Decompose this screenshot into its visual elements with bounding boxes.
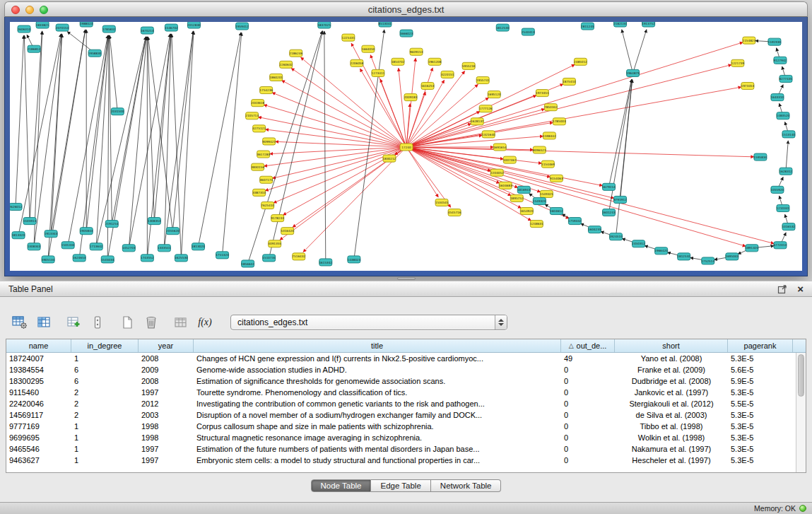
table-row[interactable]: 946554611997Estimation of the future num… bbox=[6, 443, 796, 455]
graph-node[interactable]: 1601243 bbox=[602, 209, 616, 216]
graph-node[interactable]: 1007467 bbox=[503, 156, 517, 163]
graph-node[interactable]: 1754236 bbox=[259, 87, 273, 94]
table-row[interactable]: 1456911722003Disruption of a novel membe… bbox=[6, 409, 796, 421]
graph-node[interactable]: 4091355 bbox=[268, 240, 281, 247]
graph-node[interactable]: 1654920 bbox=[520, 207, 534, 214]
network-canvas[interactable]: 1724021862462260632186020117542362043618… bbox=[10, 22, 802, 271]
graph-node[interactable]: 9178243 bbox=[271, 215, 284, 222]
graph-node[interactable]: 1830212 bbox=[383, 155, 396, 162]
graph-node[interactable]: 1743552 bbox=[141, 255, 154, 262]
graph-node[interactable]: 1616253 bbox=[421, 82, 435, 89]
graph-node[interactable]: 5316420 bbox=[281, 228, 294, 235]
graph-node[interactable]: 1777126 bbox=[479, 105, 493, 112]
table-row[interactable]: 2242004622012Investigating the contribut… bbox=[6, 398, 796, 409]
graph-node[interactable]: 2191254 bbox=[105, 221, 119, 228]
graph-node[interactable]: 1812532 bbox=[677, 253, 690, 260]
column-header-year[interactable]: year bbox=[139, 339, 194, 352]
graph-node[interactable]: 1016532 bbox=[782, 223, 796, 230]
graph-node[interactable]: 1438023 bbox=[348, 256, 361, 263]
graph-node[interactable]: 6772013 bbox=[774, 242, 787, 249]
graph-node[interactable]: 1513140 bbox=[782, 131, 796, 138]
graph-node[interactable]: 8513041 bbox=[379, 22, 392, 27]
graph-node[interactable]: 2485012 bbox=[574, 58, 587, 65]
graph-node[interactable]: 1666023 bbox=[400, 30, 413, 37]
graph-node[interactable]: 1501334 bbox=[61, 242, 75, 249]
graph-node[interactable]: 1664050 bbox=[362, 45, 375, 52]
graph-node[interactable]: 1643310 bbox=[771, 94, 784, 101]
graph-node[interactable]: 9154063 bbox=[550, 175, 563, 182]
graph-node[interactable]: 1966420 bbox=[654, 247, 668, 255]
graph-node[interactable]: 2043618 bbox=[251, 100, 264, 107]
graph-node[interactable]: 2204052 bbox=[490, 169, 504, 176]
graph-node[interactable]: 3830156 bbox=[251, 163, 264, 170]
graph-node[interactable]: 7516432 bbox=[292, 253, 305, 260]
graph-node[interactable]: 1856642 bbox=[241, 260, 254, 267]
graph-node[interactable]: 5955234 bbox=[462, 62, 476, 69]
graph-node[interactable]: 1546702 bbox=[165, 24, 178, 31]
graph-node[interactable]: 1679154 bbox=[602, 183, 616, 190]
graph-node[interactable]: 1333541 bbox=[158, 245, 171, 252]
graph-node[interactable]: 1751320 bbox=[216, 252, 229, 259]
tab-network-table[interactable]: Network Table bbox=[431, 479, 502, 492]
graph-node[interactable]: 2055620 bbox=[166, 228, 180, 235]
graph-node[interactable]: 1595834 bbox=[754, 153, 767, 160]
graph-node[interactable]: 17240 bbox=[400, 144, 413, 151]
graph-node[interactable]: 1785832 bbox=[102, 25, 116, 33]
graph-node[interactable]: 1483520 bbox=[777, 112, 790, 119]
graph-node[interactable]: 1964879 bbox=[626, 69, 640, 76]
delete-table-button[interactable] bbox=[141, 313, 161, 332]
graph-node[interactable]: 2540413 bbox=[522, 28, 535, 35]
float-panel-button[interactable] bbox=[777, 284, 787, 294]
graph-node[interactable]: 2626012 bbox=[10, 203, 23, 210]
graph-node[interactable]: 9099421 bbox=[262, 138, 276, 145]
graph-node[interactable]: 1615342 bbox=[319, 259, 332, 266]
graph-node[interactable]: 1833821 bbox=[36, 22, 49, 28]
graph-node[interactable]: 1625530 bbox=[175, 255, 188, 262]
table-settings-button[interactable] bbox=[10, 313, 30, 332]
splitter-grip-icon[interactable] bbox=[397, 277, 416, 280]
graph-node[interactable]: 1273411 bbox=[372, 69, 385, 76]
graph-node[interactable]: 1308353 bbox=[148, 218, 161, 225]
tab-node-table[interactable]: Node Table bbox=[311, 479, 372, 492]
graph-node[interactable]: 1854702 bbox=[392, 58, 405, 65]
graph-node[interactable]: 1860201 bbox=[269, 74, 283, 81]
graph-node[interactable]: 4275122 bbox=[252, 125, 266, 132]
row-tools-button[interactable] bbox=[88, 313, 107, 332]
column-header-title[interactable]: title bbox=[194, 339, 561, 352]
graph-node[interactable]: 1248631 bbox=[530, 221, 543, 228]
table-selector[interactable]: citations_edges.txt bbox=[230, 315, 507, 330]
function-builder-button[interactable]: f(x) bbox=[195, 313, 215, 332]
graph-node[interactable]: 2450312 bbox=[632, 240, 645, 247]
graph-node[interactable]: 1713642 bbox=[90, 243, 103, 250]
graph-node[interactable]: 1225431 bbox=[342, 34, 355, 41]
graph-node[interactable]: 1973451 bbox=[536, 90, 549, 97]
graph-node[interactable]: 1510734 bbox=[262, 255, 276, 262]
graph-node[interactable]: 3607174 bbox=[259, 176, 273, 183]
graph-node[interactable]: 1210341 bbox=[777, 204, 790, 211]
graph-node[interactable]: 1924510 bbox=[609, 233, 623, 240]
graph-node[interactable]: 1591930 bbox=[768, 38, 782, 45]
graph-node[interactable]: 1812530 bbox=[496, 24, 510, 31]
graph-node[interactable]: 1813020 bbox=[192, 243, 205, 250]
graph-node[interactable]: 1691654 bbox=[493, 144, 507, 151]
graph-node[interactable]: 1988023 bbox=[80, 22, 93, 27]
table-row[interactable]: 1830029562008Estimation of significance … bbox=[6, 375, 796, 387]
graph-node[interactable]: 1913343 bbox=[45, 230, 58, 238]
graph-node[interactable]: 2070154 bbox=[56, 24, 69, 31]
table-row[interactable]: 946362711997Embryonic stem cells: a mode… bbox=[6, 455, 796, 466]
graph-node[interactable]: 1549325 bbox=[540, 190, 553, 197]
graph-node[interactable]: 1534545 bbox=[435, 199, 449, 206]
graph-node[interactable]: 1604235 bbox=[588, 226, 601, 233]
graph-node[interactable]: 1695120 bbox=[488, 91, 501, 98]
graph-node[interactable]: 1505913 bbox=[23, 218, 37, 225]
graph-node[interactable]: 3220151 bbox=[441, 71, 454, 78]
import-table-button[interactable] bbox=[171, 313, 191, 332]
graph-node[interactable]: 9609153 bbox=[410, 48, 423, 55]
graph-node[interactable]: 1549320 bbox=[533, 197, 546, 204]
graph-node[interactable]: 1624653 bbox=[73, 255, 86, 262]
graph-node[interactable]: 1452703 bbox=[122, 245, 136, 252]
graph-node[interactable]: 2012830 bbox=[187, 22, 201, 28]
table-row[interactable]: 977716911998Corpus callosum shape and si… bbox=[6, 421, 796, 432]
graph-node[interactable]: 9791912 bbox=[613, 196, 627, 203]
graph-node[interactable]: 1221739 bbox=[731, 59, 744, 66]
